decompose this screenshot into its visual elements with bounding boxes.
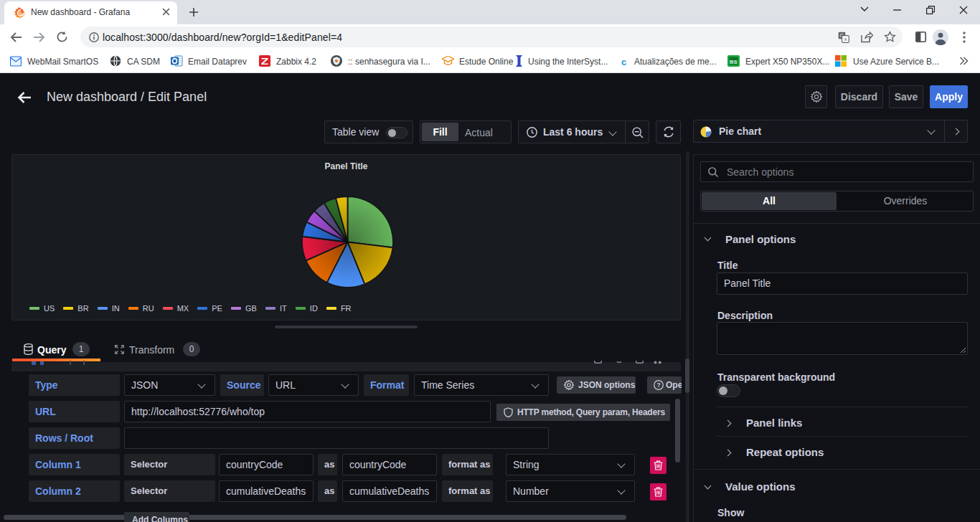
svg-text:?: ? — [656, 381, 660, 389]
svg-text:ms: ms — [730, 59, 738, 66]
svg-text:x: x — [844, 36, 847, 42]
